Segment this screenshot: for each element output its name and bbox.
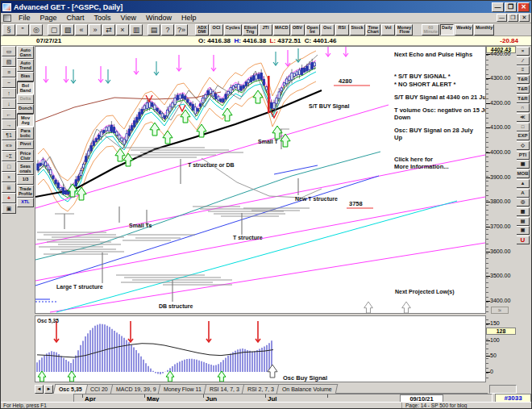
study-button-seas-onals[interactable]: Seas onals (17, 162, 34, 175)
forward-icon[interactable]: » (89, 24, 102, 35)
period-button-monthly[interactable]: Monthly (474, 24, 494, 35)
indicator-button-time[interactable]: Time Chart (366, 24, 380, 35)
pin-icon[interactable]: § (2, 24, 15, 35)
oscillator-canvas[interactable]: Osc 5,35Osc Buy Signal (35, 316, 485, 382)
signature-icon[interactable]: ≈ (491, 307, 509, 314)
maximize-button[interactable]: ❐ (505, 2, 517, 12)
tr-spr-icon[interactable]: T&R (516, 94, 530, 103)
box-icon[interactable]: □ (516, 123, 530, 131)
indicator-button-cycles[interactable]: Cycles (224, 24, 242, 35)
scroll-left-icon[interactable]: ← (2, 109, 16, 119)
tile-icon[interactable]: ▥ (130, 24, 143, 35)
scroll-down-icon[interactable]: ↓ (2, 98, 16, 109)
tab-scroll-left[interactable]: ◄ (35, 385, 44, 394)
mob-icon[interactable]: MOB (516, 169, 530, 178)
study-button-xtl[interactable]: XTL (17, 198, 34, 207)
indicator-button-stock[interactable]: Stock (350, 24, 365, 35)
mdi-restore-button[interactable]: ❐ (508, 14, 518, 22)
trendlines-icon[interactable]: ≡ (516, 65, 530, 74)
indicator-button-vol[interactable]: Vol (381, 24, 395, 35)
menu-tools[interactable]: Tools (89, 14, 116, 22)
tab-scroll-right[interactable]: ► (44, 385, 53, 394)
pti-icon[interactable]: PTI (516, 151, 530, 160)
scroll-right-icon[interactable]: → (2, 119, 16, 130)
indicator-button-rsi[interactable]: RSI (335, 24, 349, 35)
more-info-link[interactable]: Click here for (394, 156, 433, 163)
tr-act-icon[interactable]: T&R (516, 75, 530, 84)
menu-help[interactable]: Help (177, 14, 202, 22)
tab-money-flow-11[interactable]: Money Flow 11 (158, 384, 208, 394)
page-one-icon[interactable]: ¶1 (2, 130, 16, 140)
new-window-icon[interactable]: ▣ (2, 203, 16, 214)
text-tool-icon[interactable]: A (516, 189, 530, 198)
menu-view[interactable]: View (116, 14, 141, 22)
back-icon[interactable]: « (75, 24, 88, 35)
erase-lines-icon[interactable]: × (2, 172, 16, 182)
study-button-price-clstr[interactable]: Price Clstr (17, 149, 34, 162)
scroll-up-icon[interactable]: ↑ (2, 88, 16, 98)
chart-type-icon[interactable]: ▧ (2, 56, 16, 67)
menu-chart[interactable]: Chart (62, 14, 89, 22)
study-button-bol-band[interactable]: Bol Band (17, 81, 34, 94)
indicator-button-osc[interactable]: Osc (321, 24, 335, 35)
tab-rsi-14-7-3[interactable]: RSI 14, 7, 3 (204, 384, 246, 394)
quote-icon[interactable]: ” (16, 24, 29, 35)
tab-on-balance-volume[interactable]: On Balance Volume (276, 384, 338, 394)
expansion-icon[interactable]: EXP (516, 131, 530, 140)
period-button-60[interactable]: 60 Minute (422, 24, 439, 35)
indicator-button-jti[interactable]: JTI (259, 24, 272, 35)
context-help-icon[interactable]: ?» (175, 24, 188, 35)
study-button-trade-profile[interactable]: Trade Profile (17, 185, 34, 198)
indicator-button-macd[interactable]: MACD (273, 24, 290, 35)
scale-reset-icon[interactable]: ≡ (2, 67, 16, 77)
elliott-icon[interactable]: ~ (2, 77, 16, 88)
indicator-button-oci[interactable]: OCI (210, 24, 223, 35)
tab-osc-5-35[interactable]: Osc 5,35 (53, 384, 88, 394)
grid-icon[interactable]: ▦ (516, 160, 530, 169)
arc-icon[interactable]: ∩ (516, 103, 530, 112)
divide-sum-icon[interactable]: ÷Σ (2, 151, 16, 161)
minimize-button[interactable]: — (492, 2, 504, 12)
indicator-button-adx[interactable]: ADX DMI (195, 24, 209, 35)
hatch-icon[interactable]: ▤ (516, 217, 530, 226)
study-button-mov-avg[interactable]: Mov Avg (17, 114, 34, 127)
tab-macd-19-39-9[interactable]: MACD 19, 39, 9 (110, 384, 161, 394)
projection-icon[interactable]: ▲ (516, 179, 530, 188)
box-tool-icon[interactable]: □ (2, 161, 16, 172)
mdi-close-button[interactable]: ✕ (519, 14, 530, 22)
menu-page[interactable]: Page (35, 14, 62, 22)
print-icon[interactable]: ▤ (148, 24, 160, 35)
period-button-weekly[interactable]: Weekly (455, 24, 473, 35)
add-study-icon[interactable]: + (2, 193, 16, 203)
undo-icon[interactable]: U (516, 236, 530, 244)
open-chart-icon[interactable]: ▧ (61, 24, 74, 35)
period-button-daily[interactable]: Daily (440, 24, 454, 35)
menu-file[interactable]: File (14, 14, 35, 22)
about-icon[interactable]: ? (161, 24, 174, 35)
study-button-delta[interactable]: Delta (17, 94, 34, 104)
indicator-button-money[interactable]: Money Flow (396, 24, 413, 35)
study-button-auto-trend[interactable]: Auto Trend (17, 59, 34, 72)
delete-icon[interactable]: × (116, 24, 129, 35)
zoom-icon[interactable]: ◎ (30, 24, 43, 35)
delete-tool-icon[interactable]: × (516, 47, 530, 56)
indicator-button-obv[interactable]: OBV (291, 24, 305, 35)
study-button-para-bolic[interactable]: Para bolic (17, 127, 34, 140)
tr-ext-icon[interactable]: T&R (516, 85, 530, 94)
magnify-icon[interactable]: ◎ (516, 198, 530, 207)
menu-window[interactable]: Window (141, 14, 177, 22)
study-button-donch[interactable]: Donch (17, 104, 34, 114)
pencil-icon[interactable]: ∕ (516, 56, 530, 65)
main-chart-pane[interactable]: 42803758S/T BUY SignalSmall TT structure… (35, 46, 486, 314)
study-button-auto-gann[interactable]: Auto Gann (17, 46, 34, 59)
more-info-link[interactable]: More Information... (394, 163, 449, 170)
study-button-1-3[interactable]: 1/3 (17, 175, 34, 185)
mdi-minimize-button[interactable]: — (497, 14, 507, 22)
open-icon[interactable]: ▭ (2, 46, 16, 56)
eraser-icon[interactable]: ◇ (516, 141, 530, 150)
indicator-button-open[interactable]: Open Int (305, 24, 320, 35)
copy-page-icon[interactable]: ▣ (516, 226, 530, 235)
compress-icon[interactable]: «» (2, 140, 16, 151)
gann-lines-icon[interactable]: ≣ (2, 182, 16, 193)
indicator-button-elliott[interactable]: Elliott Trig (243, 24, 258, 35)
